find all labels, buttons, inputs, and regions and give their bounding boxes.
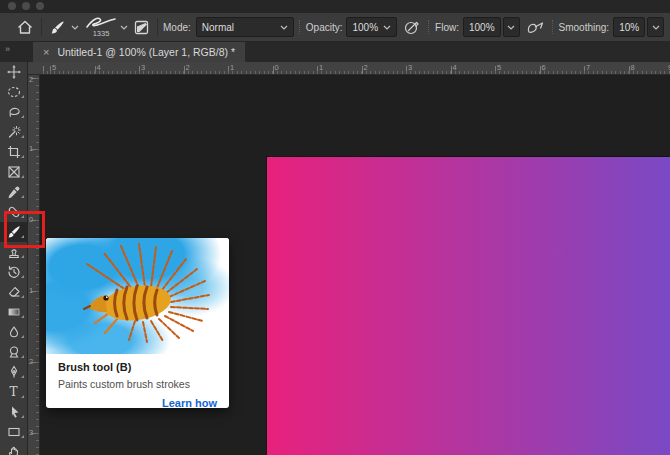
- tool-path-selection[interactable]: [0, 402, 27, 422]
- opacity-label: Opacity:: [306, 22, 343, 33]
- brush-settings-panel-toggle[interactable]: [131, 15, 152, 39]
- ruler-number: 2: [29, 357, 33, 366]
- stamp-icon: [7, 245, 21, 259]
- tool-eyedropper[interactable]: [0, 182, 27, 202]
- home-icon: [17, 20, 33, 35]
- divider: [157, 18, 158, 36]
- ruler-number: 2: [29, 75, 33, 84]
- tool-crop[interactable]: [0, 142, 27, 162]
- ruler-number: 3: [408, 63, 412, 72]
- airbrush-icon: [526, 20, 544, 35]
- brush-preset-picker[interactable]: 1335: [82, 15, 131, 39]
- ruler-number: 2: [364, 63, 368, 72]
- chevron-down-icon: [507, 25, 515, 30]
- ruler-number: 7: [586, 63, 590, 72]
- eraser-icon: [7, 285, 21, 299]
- flow-field[interactable]: 100%: [463, 17, 501, 37]
- ruler-number: 1: [319, 63, 323, 72]
- smoothing-dropdown-button[interactable]: [647, 17, 664, 37]
- tooltip-description: Paints custom brush strokes: [58, 378, 217, 390]
- brush-preset-size: 1335: [93, 30, 110, 38]
- tool-eraser[interactable]: [0, 282, 27, 302]
- tool-gradient[interactable]: [0, 302, 27, 322]
- vertical-ruler[interactable]: 2 1 0 1 2 3: [28, 75, 40, 455]
- horizontal-ruler[interactable]: 5 4 3 2 1 0 1 2 3 4 5 6 7 8 9: [40, 62, 670, 75]
- rectangle-shape-icon: [7, 425, 21, 439]
- gradient-icon: [7, 305, 21, 319]
- tool-pen[interactable]: [0, 362, 27, 382]
- current-tool-button[interactable]: [47, 15, 68, 39]
- ruler-number: 0: [29, 215, 33, 224]
- brush-tool-icon: [50, 20, 65, 35]
- history-brush-icon: [7, 265, 21, 279]
- move-tool-icon: [7, 65, 21, 79]
- tool-hand[interactable]: [0, 442, 27, 455]
- ruler-number: 3: [29, 428, 33, 437]
- airbrush-button[interactable]: [523, 15, 547, 39]
- brush-tool-icon: [7, 225, 21, 239]
- document-tab[interactable]: × Untitled-1 @ 100% (Layer 1, RGB/8) *: [33, 42, 245, 62]
- tool-rectangle[interactable]: [0, 422, 27, 442]
- dotted-divider: [552, 20, 554, 34]
- tool-elliptical-marquee[interactable]: [0, 82, 27, 102]
- hand-icon: [7, 445, 21, 455]
- chevron-down-icon: [383, 25, 391, 30]
- flow-label: Flow:: [435, 22, 459, 33]
- ruler-number: 3: [141, 63, 145, 72]
- brush-stroke-preview-icon: [85, 16, 117, 29]
- mode-label: Mode:: [163, 22, 191, 33]
- smoothing-label: Smoothing:: [559, 22, 610, 33]
- type-tool-icon: T: [9, 386, 17, 398]
- photoshop-window: 1335 Mode: Normal Opacity: 100%: [0, 0, 670, 455]
- tool-magic-wand[interactable]: [0, 122, 27, 142]
- document-canvas[interactable]: [267, 157, 670, 455]
- learn-how-link[interactable]: Learn how: [58, 397, 217, 408]
- flow-dropdown-button[interactable]: [503, 17, 520, 37]
- pen-nib-icon: [7, 365, 21, 379]
- blend-mode-value: Normal: [202, 22, 234, 33]
- ruler-number: 8: [631, 63, 635, 72]
- brush-panel-icon: [134, 20, 149, 35]
- bandage-icon: [7, 205, 21, 219]
- ruler-number: 0: [275, 63, 279, 72]
- tool-dodge[interactable]: [0, 342, 27, 362]
- traffic-zoom-button[interactable]: [36, 2, 44, 10]
- chevron-down-icon: [120, 25, 128, 30]
- home-button[interactable]: [14, 15, 36, 39]
- tool-lasso[interactable]: [0, 102, 27, 122]
- tool-frame[interactable]: [0, 162, 27, 182]
- tool-history-brush[interactable]: [0, 262, 27, 282]
- tool-brush[interactable]: [0, 222, 27, 242]
- stylus-pressure-icon: [403, 19, 420, 36]
- ruler-number: 5: [497, 63, 501, 72]
- window-titlebar: [0, 0, 670, 13]
- toolbar-overflow-chevrons[interactable]: »: [5, 44, 9, 54]
- tool-blur[interactable]: [0, 322, 27, 342]
- marquee-ellipse-icon: [7, 85, 21, 99]
- chevron-down-icon[interactable]: [68, 15, 82, 39]
- smoothing-field[interactable]: 10%: [613, 17, 645, 37]
- tab-title: Untitled-1 @ 100% (Layer 1, RGB/8) *: [57, 46, 235, 58]
- tool-type[interactable]: T: [0, 382, 27, 402]
- tool-clone-stamp[interactable]: [0, 242, 27, 262]
- frame-icon: [7, 165, 21, 179]
- traffic-minimize-button[interactable]: [22, 2, 30, 10]
- opacity-dropdown[interactable]: 100%: [346, 17, 397, 37]
- opacity-pressure-button[interactable]: [400, 15, 423, 39]
- tooltip-title: Brush tool (B): [58, 361, 217, 373]
- ruler-number: 4: [453, 63, 457, 72]
- chevron-down-icon: [280, 25, 288, 30]
- divider: [41, 18, 42, 36]
- blend-mode-dropdown[interactable]: Normal: [196, 17, 294, 37]
- flow-value: 100%: [469, 22, 495, 33]
- cursor-arrow-icon: [7, 405, 21, 419]
- tool-spot-healing-brush[interactable]: [0, 202, 27, 222]
- ruler-number: 5: [52, 63, 56, 72]
- traffic-close-button[interactable]: [8, 2, 16, 10]
- ruler-number: 1: [29, 144, 33, 153]
- opacity-value: 100%: [352, 22, 378, 33]
- tool-move[interactable]: [0, 62, 27, 82]
- dotted-divider: [299, 20, 301, 34]
- tools-panel: T: [0, 62, 28, 455]
- tab-close-button[interactable]: ×: [43, 47, 49, 58]
